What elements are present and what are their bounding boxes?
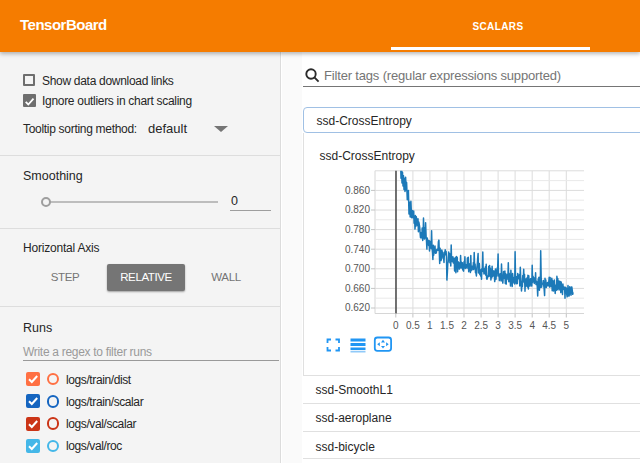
svg-text:2: 2 xyxy=(461,320,467,331)
svg-text:3: 3 xyxy=(495,320,501,331)
svg-text:0.700: 0.700 xyxy=(345,263,370,274)
svg-text:ssd-CrossEntropy: ssd-CrossEntropy xyxy=(320,149,415,163)
svg-text:0.860: 0.860 xyxy=(345,185,370,196)
svg-text:4: 4 xyxy=(529,320,535,331)
svg-text:1: 1 xyxy=(427,320,433,331)
svg-text:0.660: 0.660 xyxy=(345,283,370,294)
svg-text:0.5: 0.5 xyxy=(406,320,420,331)
svg-text:0.740: 0.740 xyxy=(345,244,370,255)
svg-text:0.820: 0.820 xyxy=(345,204,370,215)
svg-text:1.5: 1.5 xyxy=(440,320,454,331)
svg-text:4.5: 4.5 xyxy=(542,320,556,331)
svg-text:5: 5 xyxy=(564,320,570,331)
svg-text:2.5: 2.5 xyxy=(474,320,488,331)
svg-text:0.620: 0.620 xyxy=(345,302,370,313)
svg-text:0.780: 0.780 xyxy=(345,224,370,235)
svg-text:0: 0 xyxy=(393,320,399,331)
svg-text:3.5: 3.5 xyxy=(508,320,522,331)
